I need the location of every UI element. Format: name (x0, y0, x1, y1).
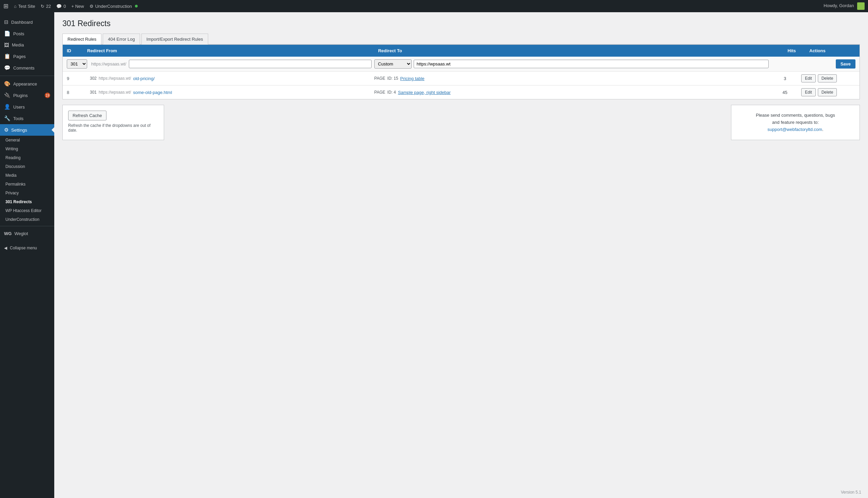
weglot-icon: WG (4, 231, 12, 236)
site-link[interactable]: ⌂ Test Site (14, 4, 35, 9)
posts-icon: 📄 (4, 30, 11, 37)
url-path-9[interactable]: old-pricing/ (133, 76, 155, 81)
tab-import-export-label: Import/Export Redirect Rules (146, 37, 203, 42)
redirect-code-select[interactable]: 301 302 (67, 60, 87, 68)
tab-import-export[interactable]: Import/Export Redirect Rules (142, 34, 208, 44)
support-email-link[interactable]: support@webfactoryltd.com (767, 127, 822, 132)
site-name: Test Site (18, 4, 35, 9)
media-icon: 🖼 (4, 42, 9, 48)
row-hits-8: 45 (771, 90, 799, 95)
sidebar-settings-label: Settings (11, 128, 27, 133)
updates-link[interactable]: ↻ 22 (41, 4, 51, 9)
sidebar-item-dashboard[interactable]: ⊟ Dashboard (0, 16, 54, 28)
comments-icon: 💬 (56, 4, 62, 9)
table-row: 9 302 https://wpsaas.wt/ old-pricing/ PA… (63, 71, 859, 86)
row-actions-8: Edit Delete (801, 88, 855, 96)
sidebar-item-users[interactable]: 👤 Users (0, 101, 54, 113)
refresh-cache-button[interactable]: Refresh Cache (68, 110, 106, 120)
sidebar-item-pages[interactable]: 📋 Pages (0, 51, 54, 62)
new-label: + New (71, 4, 84, 9)
th-id: ID (63, 45, 83, 57)
dashboard-icon: ⊟ (4, 19, 9, 25)
version-text: Version 5.1 (841, 490, 861, 495)
row-id-8: 8 (67, 90, 87, 95)
sidebar-sub-writing[interactable]: Writing (0, 145, 54, 153)
edit-button-8[interactable]: Edit (801, 88, 816, 96)
save-button[interactable]: Save (836, 60, 855, 68)
th-actions: Actions (805, 45, 859, 57)
collapse-menu[interactable]: ◀ Collapse menu (0, 243, 54, 253)
appearance-icon: 🎨 (4, 81, 11, 87)
pages-icon: 📋 (4, 53, 11, 60)
sidebar-item-weglot[interactable]: WG Weglot (0, 228, 54, 239)
row-from-9: 302 https://wpsaas.wt/ old-pricing/ (90, 76, 372, 81)
row-actions-9: Edit Delete (801, 74, 855, 82)
to-title-8[interactable]: Sample page, right sidebar (398, 90, 451, 95)
redirect-to-input[interactable] (414, 60, 769, 68)
new-link[interactable]: + New (71, 4, 84, 9)
row-from-8: 301 https://wpsaas.wt/ some-old-page.htm… (90, 90, 372, 95)
sidebar-sub-discussion[interactable]: Discussion (0, 162, 54, 171)
sidebar-sub-reading[interactable]: Reading (0, 153, 54, 162)
collapse-label: Collapse menu (10, 246, 37, 250)
th-redirect-from: Redirect From (83, 45, 374, 57)
url-path-8[interactable]: some-old-page.html (133, 90, 172, 95)
sidebar-posts-label: Posts (13, 31, 24, 36)
sidebar-item-appearance[interactable]: 🎨 Appearance (0, 78, 54, 90)
plugins-badge: 19 (45, 93, 50, 98)
users-icon: 👤 (4, 104, 11, 110)
sidebar-item-tools[interactable]: 🔧 Tools (0, 113, 54, 124)
new-redirect-row: 301 302 https://wpsaas.wt/ Custom Page P… (63, 57, 859, 71)
settings-arrow (52, 127, 54, 133)
table-row: 8 301 https://wpsaas.wt/ some-old-page.h… (63, 86, 859, 99)
sidebar-sub-wp-htaccess[interactable]: WP Htaccess Editor (0, 206, 54, 215)
sidebar-appearance-label: Appearance (13, 81, 37, 87)
tab-redirect-rules[interactable]: Redirect Rules (62, 34, 102, 44)
sidebar-item-media[interactable]: 🖼 Media (0, 39, 54, 51)
plugin-link[interactable]: ⚙ UnderConstruction (90, 4, 138, 9)
code-badge-8: 301 (90, 90, 97, 95)
settings-icon: ⚙ (4, 127, 9, 133)
delete-button-8[interactable]: Delete (818, 88, 837, 96)
redirect-from-input[interactable] (129, 60, 372, 68)
sidebar-sub-general[interactable]: General (0, 136, 54, 145)
row-to-9: PAGE ID: 15 Pricing table (374, 76, 769, 81)
user-greeting: Howdy, Gordan (824, 2, 865, 10)
sidebar-item-posts[interactable]: 📄 Posts (0, 28, 54, 39)
row-hits-9: 3 (771, 76, 799, 81)
sidebar-media-label: Media (12, 42, 24, 48)
home-icon: ⌂ (14, 4, 17, 9)
online-dot (135, 5, 138, 8)
from-base-text: https://wpsaas.wt/ (90, 62, 128, 66)
refresh-cache-box: Refresh Cache Refresh the cache if the d… (62, 105, 164, 140)
sidebar-item-comments[interactable]: 💬 Comments (0, 62, 54, 74)
redirect-table: ID Redirect From Redirect To Hits Action… (62, 44, 860, 100)
sidebar-item-plugins[interactable]: 🔌 Plugins 19 (0, 90, 54, 101)
tools-icon: 🔧 (4, 115, 11, 121)
support-period: . (822, 127, 824, 132)
th-redirect-to: Redirect To (374, 45, 778, 57)
sidebar-sub-underconstruction[interactable]: UnderConstruction (0, 215, 54, 224)
sidebar-sub-privacy[interactable]: Privacy (0, 188, 54, 197)
updates-count: 22 (46, 4, 51, 9)
tab-404-error-log[interactable]: 404 Error Log (103, 34, 140, 44)
updates-icon: ↻ (41, 4, 44, 9)
to-page-id-8: ID: 4 (387, 90, 396, 95)
edit-button-9[interactable]: Edit (801, 74, 816, 82)
redirect-to-section: Custom Page Post (374, 60, 769, 68)
comments-link[interactable]: 💬 0 (56, 4, 66, 9)
redirect-type-select[interactable]: Custom Page Post (374, 60, 412, 68)
row-to-8: PAGE ID: 4 Sample page, right sidebar (374, 90, 769, 95)
to-title-9[interactable]: Pricing table (400, 76, 425, 81)
sidebar-dashboard-label: Dashboard (11, 20, 33, 25)
sidebar-nav: ⊟ Dashboard 📄 Posts 🖼 Media 📋 Pages 💬 Co… (0, 15, 54, 240)
tab-redirect-rules-label: Redirect Rules (67, 37, 96, 42)
plugin-icon: ⚙ (90, 4, 94, 9)
sidebar-sub-media[interactable]: Media (0, 171, 54, 180)
sidebar-sub-301-redirects[interactable]: 301 Redirects (0, 197, 54, 206)
row-id-9: 9 (67, 76, 87, 81)
sidebar-sub-permalinks[interactable]: Permalinks (0, 180, 54, 188)
delete-button-9[interactable]: Delete (818, 74, 837, 82)
sidebar-item-settings[interactable]: ⚙ Settings (0, 124, 54, 136)
to-page-id-9: ID: 15 (387, 76, 398, 81)
